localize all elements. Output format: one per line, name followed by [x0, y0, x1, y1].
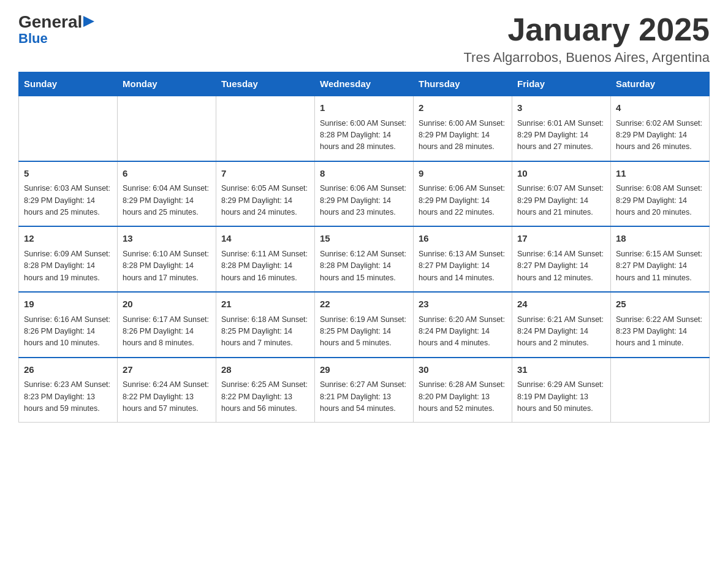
- calendar-day: 7Sunrise: 6:05 AM Sunset: 8:29 PM Daylig…: [216, 161, 315, 227]
- day-number: 31: [517, 363, 605, 377]
- day-info: Sunrise: 6:02 AM Sunset: 8:29 PM Dayligh…: [616, 118, 704, 153]
- day-number: 16: [419, 232, 507, 246]
- svg-marker-0: [83, 16, 94, 27]
- calendar-day: 1Sunrise: 6:00 AM Sunset: 8:28 PM Daylig…: [315, 96, 414, 161]
- weekday-header-thursday: Thursday: [414, 72, 512, 96]
- calendar-day: 30Sunrise: 6:28 AM Sunset: 8:20 PM Dayli…: [414, 358, 512, 423]
- day-info: Sunrise: 6:24 AM Sunset: 8:22 PM Dayligh…: [123, 379, 211, 415]
- day-number: 10: [517, 167, 605, 181]
- calendar-week-row: 1Sunrise: 6:00 AM Sunset: 8:28 PM Daylig…: [19, 96, 710, 161]
- calendar-day: 29Sunrise: 6:27 AM Sunset: 8:21 PM Dayli…: [315, 358, 414, 423]
- page-header: General Blue January 2025 Tres Algarrobo…: [18, 12, 710, 66]
- day-info: Sunrise: 6:28 AM Sunset: 8:20 PM Dayligh…: [419, 379, 507, 415]
- day-number: 7: [221, 167, 309, 181]
- day-number: 8: [320, 167, 408, 181]
- calendar-day: 13Sunrise: 6:10 AM Sunset: 8:28 PM Dayli…: [118, 226, 216, 292]
- calendar-day: 27Sunrise: 6:24 AM Sunset: 8:22 PM Dayli…: [118, 358, 216, 423]
- calendar-day: 21Sunrise: 6:18 AM Sunset: 8:25 PM Dayli…: [216, 292, 315, 358]
- weekday-header-wednesday: Wednesday: [315, 72, 414, 96]
- day-number: 2: [419, 101, 507, 115]
- day-number: 30: [419, 363, 507, 377]
- day-info: Sunrise: 6:04 AM Sunset: 8:29 PM Dayligh…: [123, 183, 211, 218]
- calendar-day: 19Sunrise: 6:16 AM Sunset: 8:26 PM Dayli…: [19, 292, 118, 358]
- calendar-day: 28Sunrise: 6:25 AM Sunset: 8:22 PM Dayli…: [216, 358, 315, 423]
- day-info: Sunrise: 6:11 AM Sunset: 8:28 PM Dayligh…: [221, 248, 309, 284]
- calendar-day: 14Sunrise: 6:11 AM Sunset: 8:28 PM Dayli…: [216, 226, 315, 292]
- day-info: Sunrise: 6:09 AM Sunset: 8:28 PM Dayligh…: [24, 248, 112, 284]
- month-title: January 2025: [463, 12, 710, 47]
- day-info: Sunrise: 6:17 AM Sunset: 8:26 PM Dayligh…: [123, 314, 211, 350]
- day-info: Sunrise: 6:00 AM Sunset: 8:29 PM Dayligh…: [419, 118, 507, 153]
- calendar-day: [118, 96, 216, 161]
- day-number: 23: [419, 297, 507, 312]
- day-number: 20: [123, 297, 211, 312]
- calendar-day: 9Sunrise: 6:06 AM Sunset: 8:29 PM Daylig…: [414, 161, 512, 227]
- day-number: 1: [320, 101, 408, 115]
- day-number: 19: [24, 297, 112, 312]
- day-info: Sunrise: 6:03 AM Sunset: 8:29 PM Dayligh…: [24, 183, 112, 218]
- day-info: Sunrise: 6:18 AM Sunset: 8:25 PM Dayligh…: [221, 314, 309, 350]
- day-info: Sunrise: 6:20 AM Sunset: 8:24 PM Dayligh…: [419, 314, 507, 350]
- weekday-header-friday: Friday: [512, 72, 611, 96]
- day-number: 27: [123, 363, 211, 377]
- logo-blue: Blue: [18, 32, 48, 45]
- day-number: 22: [320, 297, 408, 312]
- calendar-day: [19, 96, 118, 161]
- calendar-day: 6Sunrise: 6:04 AM Sunset: 8:29 PM Daylig…: [118, 161, 216, 227]
- location-title: Tres Algarrobos, Buenos Aires, Argentina: [463, 50, 710, 66]
- day-info: Sunrise: 6:27 AM Sunset: 8:21 PM Dayligh…: [320, 379, 408, 415]
- calendar-day: 12Sunrise: 6:09 AM Sunset: 8:28 PM Dayli…: [19, 226, 118, 292]
- day-info: Sunrise: 6:06 AM Sunset: 8:29 PM Dayligh…: [320, 183, 408, 218]
- calendar-week-row: 12Sunrise: 6:09 AM Sunset: 8:28 PM Dayli…: [19, 226, 710, 292]
- day-number: 28: [221, 363, 309, 377]
- title-section: January 2025 Tres Algarrobos, Buenos Air…: [463, 12, 710, 66]
- calendar-day: 24Sunrise: 6:21 AM Sunset: 8:24 PM Dayli…: [512, 292, 611, 358]
- day-number: 24: [517, 297, 605, 312]
- calendar-table: SundayMondayTuesdayWednesdayThursdayFrid…: [18, 72, 710, 423]
- day-number: 4: [616, 101, 704, 115]
- weekday-header-tuesday: Tuesday: [216, 72, 315, 96]
- day-info: Sunrise: 6:13 AM Sunset: 8:27 PM Dayligh…: [419, 248, 507, 284]
- calendar-day: 10Sunrise: 6:07 AM Sunset: 8:29 PM Dayli…: [512, 161, 611, 227]
- calendar-day: 3Sunrise: 6:01 AM Sunset: 8:29 PM Daylig…: [512, 96, 611, 161]
- day-number: 17: [517, 232, 605, 246]
- day-info: Sunrise: 6:16 AM Sunset: 8:26 PM Dayligh…: [24, 314, 112, 350]
- calendar-day: 17Sunrise: 6:14 AM Sunset: 8:27 PM Dayli…: [512, 226, 611, 292]
- day-info: Sunrise: 6:10 AM Sunset: 8:28 PM Dayligh…: [123, 248, 211, 284]
- day-number: 5: [24, 167, 112, 181]
- day-info: Sunrise: 6:21 AM Sunset: 8:24 PM Dayligh…: [517, 314, 605, 350]
- calendar-day: 31Sunrise: 6:29 AM Sunset: 8:19 PM Dayli…: [512, 358, 611, 423]
- day-info: Sunrise: 6:22 AM Sunset: 8:23 PM Dayligh…: [616, 314, 704, 350]
- day-number: 15: [320, 232, 408, 246]
- day-number: 26: [24, 363, 112, 377]
- day-info: Sunrise: 6:29 AM Sunset: 8:19 PM Dayligh…: [517, 379, 605, 415]
- day-number: 11: [616, 167, 704, 181]
- calendar-week-row: 19Sunrise: 6:16 AM Sunset: 8:26 PM Dayli…: [19, 292, 710, 358]
- calendar-day: 11Sunrise: 6:08 AM Sunset: 8:29 PM Dayli…: [611, 161, 710, 227]
- day-number: 21: [221, 297, 309, 312]
- calendar-day: 20Sunrise: 6:17 AM Sunset: 8:26 PM Dayli…: [118, 292, 216, 358]
- day-number: 13: [123, 232, 211, 246]
- weekday-header-monday: Monday: [118, 72, 216, 96]
- day-number: 9: [419, 167, 507, 181]
- weekday-header-saturday: Saturday: [611, 72, 710, 96]
- logo-arrow-icon: [83, 13, 99, 29]
- calendar-day: 15Sunrise: 6:12 AM Sunset: 8:28 PM Dayli…: [315, 226, 414, 292]
- calendar-day: 4Sunrise: 6:02 AM Sunset: 8:29 PM Daylig…: [611, 96, 710, 161]
- calendar-day: 2Sunrise: 6:00 AM Sunset: 8:29 PM Daylig…: [414, 96, 512, 161]
- calendar-day: 18Sunrise: 6:15 AM Sunset: 8:27 PM Dayli…: [611, 226, 710, 292]
- calendar-day: 25Sunrise: 6:22 AM Sunset: 8:23 PM Dayli…: [611, 292, 710, 358]
- calendar-header-row: SundayMondayTuesdayWednesdayThursdayFrid…: [19, 72, 710, 96]
- day-number: 25: [616, 297, 704, 312]
- calendar-day: 16Sunrise: 6:13 AM Sunset: 8:27 PM Dayli…: [414, 226, 512, 292]
- day-info: Sunrise: 6:00 AM Sunset: 8:28 PM Dayligh…: [320, 118, 408, 153]
- day-number: 6: [123, 167, 211, 181]
- calendar-week-row: 26Sunrise: 6:23 AM Sunset: 8:23 PM Dayli…: [19, 358, 710, 423]
- day-number: 29: [320, 363, 408, 377]
- calendar-day: 23Sunrise: 6:20 AM Sunset: 8:24 PM Dayli…: [414, 292, 512, 358]
- logo-general: General: [18, 12, 82, 32]
- day-info: Sunrise: 6:19 AM Sunset: 8:25 PM Dayligh…: [320, 314, 408, 350]
- day-number: 12: [24, 232, 112, 246]
- day-info: Sunrise: 6:25 AM Sunset: 8:22 PM Dayligh…: [221, 379, 309, 415]
- day-info: Sunrise: 6:23 AM Sunset: 8:23 PM Dayligh…: [24, 379, 112, 415]
